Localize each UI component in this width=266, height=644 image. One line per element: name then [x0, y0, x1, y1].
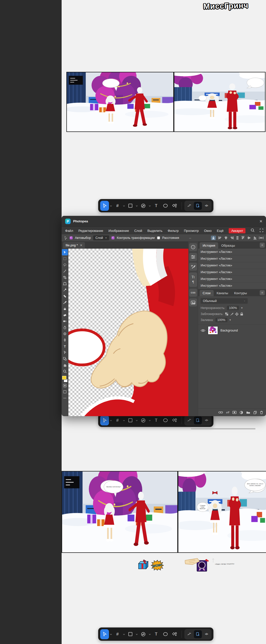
move-tool-button[interactable] [100, 629, 109, 639]
align-left-icon[interactable] [218, 236, 222, 240]
shape-tool-chevron-icon[interactable] [135, 633, 138, 635]
gradient-tool[interactable] [62, 318, 68, 324]
more-tools-icon[interactable] [62, 395, 68, 401]
layers-tab-1[interactable]: Слои [200, 290, 214, 296]
crop-tool[interactable] [62, 274, 68, 280]
distribute-horizontal-icon[interactable] [259, 236, 263, 240]
move-tool-button[interactable] [100, 201, 109, 211]
lock-all-icon[interactable] [240, 312, 243, 316]
spot-heal-tool[interactable] [62, 293, 68, 299]
delete-layer-icon[interactable] [260, 411, 263, 414]
close-icon[interactable]: ✕ [259, 219, 262, 224]
align-bottom-icon[interactable] [253, 236, 257, 240]
magic-wand-tool[interactable] [62, 268, 68, 274]
layers-tab-3[interactable]: Контуры [231, 290, 250, 296]
tab-close-icon[interactable]: ✕ [80, 243, 82, 247]
transform-controls-checkbox[interactable] [111, 236, 114, 239]
fill-slider-icon[interactable]: ▼ [229, 319, 231, 321]
layer-mask-icon[interactable] [232, 411, 236, 414]
hand-tool[interactable] [62, 362, 68, 368]
draw-tool-button[interactable] [185, 630, 193, 638]
move-tool-chevron-icon[interactable] [109, 419, 112, 422]
canvas-image-left[interactable] [66, 72, 174, 132]
comment-tool-button[interactable] [161, 415, 170, 425]
image-panel-icon[interactable] [189, 298, 197, 306]
align-top-icon[interactable] [241, 236, 245, 240]
history-entry[interactable]: Инструмент «Ластик» [198, 282, 266, 289]
shape-tool-button[interactable] [126, 415, 135, 425]
pen-tool-button[interactable] [139, 201, 148, 211]
pen-tool[interactable] [62, 337, 68, 343]
frame-tool-button[interactable]: # [113, 629, 122, 639]
menu-файл[interactable]: Файл [65, 229, 73, 233]
quick-mask-icon[interactable] [62, 382, 68, 389]
visibility-eye-icon[interactable] [201, 329, 205, 332]
dev-mode-button[interactable] [194, 630, 202, 638]
link-layers-icon[interactable] [218, 411, 223, 414]
autoselect-checkbox[interactable] [70, 236, 73, 239]
path-select-tool[interactable] [62, 349, 68, 356]
brush-settings-panel-icon[interactable] [189, 263, 197, 271]
search-icon[interactable] [251, 228, 254, 233]
code-button[interactable]: </> [202, 630, 210, 638]
adjustment-layer-icon[interactable] [240, 411, 243, 414]
order-hand-sticker[interactable] [185, 558, 210, 572]
final-image-left[interactable]: Загляни под ёлочку! [62, 471, 178, 553]
align-middle-icon[interactable] [247, 236, 251, 240]
align-right-icon[interactable] [230, 236, 234, 240]
shape-tool-button[interactable] [126, 201, 135, 211]
menu-слой[interactable]: Слой [134, 229, 142, 233]
pen-tool-chevron-icon[interactable] [148, 633, 151, 635]
menu-фильтр[interactable]: Фильтр [168, 229, 179, 233]
dev-mode-button[interactable] [194, 202, 202, 210]
actions-button[interactable] [170, 629, 179, 639]
layer-effects-icon[interactable]: eff [226, 411, 229, 414]
fullscreen-icon[interactable] [260, 229, 263, 233]
brush-tool[interactable] [62, 299, 68, 305]
menu-окно[interactable]: Окно [204, 229, 212, 233]
move-tool-chevron-icon[interactable] [109, 205, 112, 207]
blend-mode-dropdown[interactable]: Обычный⌄ [201, 298, 248, 304]
comment-tool-button[interactable] [161, 201, 170, 211]
shape-tool[interactable] [62, 356, 68, 362]
info-panel-icon[interactable]: i [189, 243, 197, 251]
gift-sticker[interactable] [137, 560, 149, 570]
eyedropper-tool[interactable] [62, 287, 68, 293]
marquee-tool[interactable] [62, 255, 68, 262]
layers-tab-2[interactable]: Каналы [214, 290, 231, 296]
shape-tool-chevron-icon[interactable] [135, 205, 138, 207]
opacity-slider-icon[interactable]: ▼ [241, 307, 243, 309]
opacity-value[interactable]: 100% [227, 306, 239, 310]
fill-value[interactable]: 100% [215, 318, 227, 322]
comment-tool-button[interactable] [161, 629, 170, 639]
menu-изображение[interactable]: Изображение [108, 229, 129, 233]
distances-checkbox[interactable] [157, 236, 160, 239]
lock-transparency-icon[interactable] [225, 312, 228, 316]
wow-sticker[interactable] [151, 560, 164, 570]
code-button[interactable]: </> [202, 416, 210, 424]
move-tool-button[interactable] [100, 415, 109, 425]
layer-row-background[interactable]: Background [198, 324, 266, 336]
layers-menu-button[interactable]: = [260, 290, 265, 295]
history-entry[interactable]: Инструмент «Ластик» [198, 255, 266, 262]
dev-mode-button[interactable] [194, 416, 202, 424]
distribute-vertical-icon[interactable] [236, 236, 239, 240]
history-tab-1[interactable]: История [200, 242, 218, 249]
horizontal-scrollbar[interactable] [191, 428, 255, 429]
color-swatches[interactable] [62, 376, 68, 382]
history-tab-2[interactable]: Образцы [218, 242, 238, 249]
menu-ещё[interactable]: Ещё [217, 229, 224, 233]
code-button[interactable]: </> [202, 202, 210, 210]
pen-tool-chevron-icon[interactable] [148, 419, 151, 422]
actions-button[interactable] [170, 415, 179, 425]
menu-просмотр[interactable]: Просмотр [184, 229, 199, 233]
final-image-right[interactable]: Это именно то, что я хотел, спасибо! С Н… [178, 471, 266, 553]
photopea-canvas[interactable] [68, 249, 188, 416]
clone-stamp-tool[interactable] [62, 305, 68, 312]
history-menu-button[interactable]: = [260, 243, 265, 248]
menu-выделить[interactable]: Выделить [148, 229, 163, 233]
text-tool-button[interactable]: T [152, 629, 161, 639]
frame-tool-chevron-icon[interactable] [122, 633, 125, 635]
panel-collapse-icon-2[interactable]: >< [225, 237, 227, 239]
shape-tool-button[interactable] [126, 629, 135, 639]
